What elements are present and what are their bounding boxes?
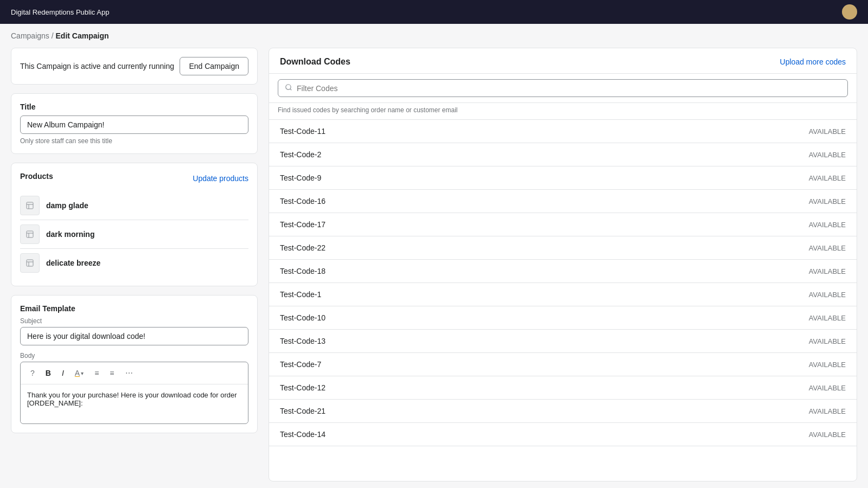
code-name: Test-Code-2: [280, 150, 321, 159]
more-button[interactable]: ⋯: [122, 367, 136, 380]
code-name: Test-Code-10: [280, 313, 326, 322]
code-name: Test-Code-12: [280, 383, 326, 392]
search-wrapper: [278, 79, 848, 97]
color-icon: A: [75, 369, 80, 377]
code-row: Test-Code-12 AVAILABLE: [269, 376, 857, 400]
upload-codes-link[interactable]: Upload more codes: [780, 57, 846, 66]
codes-panel: Download Codes Upload more codes Find is…: [269, 48, 857, 481]
subject-input[interactable]: [20, 327, 248, 345]
svg-point-3: [286, 85, 291, 89]
products-label: Products: [20, 172, 53, 181]
code-name: Test-Code-16: [280, 197, 326, 206]
product-thumb-1: [20, 196, 40, 215]
code-status: AVAILABLE: [809, 151, 846, 159]
product-item-3: delicate breeze: [20, 249, 248, 277]
code-name: Test-Code-1: [280, 290, 321, 299]
codes-header: Download Codes Upload more codes: [269, 48, 857, 74]
avatar: [842, 4, 857, 20]
code-status: AVAILABLE: [809, 337, 846, 345]
code-row: Test-Code-14 AVAILABLE: [269, 423, 857, 446]
code-row: Test-Code-9 AVAILABLE: [269, 166, 857, 190]
breadcrumb: Campaigns / Edit Campaign: [0, 24, 868, 48]
code-row: Test-Code-1 AVAILABLE: [269, 283, 857, 306]
app-bar-title: Digital Redemptions Public App: [11, 8, 109, 16]
help-icon: ?: [30, 369, 35, 377]
editor-toolbar: ? B I A ▾ ≡ ≡: [21, 362, 248, 384]
product-thumb-2: [20, 224, 40, 244]
code-row: Test-Code-2 AVAILABLE: [269, 143, 857, 166]
bold-button[interactable]: B: [42, 367, 54, 380]
color-button[interactable]: A ▾: [72, 367, 87, 380]
code-row: Test-Code-10 AVAILABLE: [269, 306, 857, 330]
email-template-label: Email Template: [20, 304, 248, 313]
chevron-down-icon: ▾: [81, 370, 84, 376]
email-template-card: Email Template Subject Body ? B I A: [11, 295, 258, 433]
products-header: Products Update products: [20, 172, 248, 185]
code-name: Test-Code-21: [280, 407, 326, 415]
help-button[interactable]: ?: [27, 367, 38, 380]
title-input[interactable]: [20, 115, 248, 134]
update-products-link[interactable]: Update products: [193, 174, 248, 183]
main-layout: This Campaign is active and currently ru…: [0, 48, 868, 488]
more-icon: ⋯: [125, 369, 133, 377]
code-status: AVAILABLE: [809, 407, 846, 415]
code-row: Test-Code-17 AVAILABLE: [269, 213, 857, 236]
code-name: Test-Code-11: [280, 127, 326, 136]
search-hint: Find issued codes by searching order nam…: [269, 103, 857, 120]
svg-rect-0: [27, 202, 33, 209]
title-section-label: Title: [20, 102, 248, 111]
code-row: Test-Code-21 AVAILABLE: [269, 400, 857, 423]
body-label: Body: [20, 352, 248, 359]
bold-icon: B: [46, 369, 51, 377]
search-input[interactable]: [297, 84, 841, 93]
product-item-2: dark morning: [20, 220, 248, 249]
code-name: Test-Code-7: [280, 360, 321, 369]
code-status: AVAILABLE: [809, 174, 846, 182]
breadcrumb-separator: /: [52, 31, 56, 40]
code-name: Test-Code-18: [280, 267, 326, 275]
product-name-1: damp glade: [46, 201, 88, 210]
breadcrumb-parent[interactable]: Campaigns: [11, 31, 49, 40]
code-row: Test-Code-18 AVAILABLE: [269, 260, 857, 283]
align-left-button[interactable]: ≡: [91, 367, 102, 380]
product-name-3: delicate breeze: [46, 259, 100, 267]
code-name: Test-Code-22: [280, 243, 326, 252]
align-left-icon: ≡: [94, 369, 99, 377]
title-card: Title Only store staff can see this titl…: [11, 93, 258, 154]
code-status: AVAILABLE: [809, 431, 846, 439]
codes-title: Download Codes: [280, 57, 350, 67]
align-center-button[interactable]: ≡: [106, 367, 117, 380]
search-icon: [285, 84, 292, 93]
code-status: AVAILABLE: [809, 221, 846, 229]
left-panel: This Campaign is active and currently ru…: [11, 48, 269, 481]
code-name: Test-Code-9: [280, 174, 321, 182]
italic-button[interactable]: I: [59, 367, 67, 380]
code-row: Test-Code-11 AVAILABLE: [269, 120, 857, 143]
code-status: AVAILABLE: [809, 197, 846, 206]
svg-rect-2: [27, 260, 33, 266]
code-name: Test-Code-17: [280, 220, 326, 229]
search-bar: [269, 74, 857, 103]
svg-rect-1: [27, 231, 33, 237]
codes-list: Test-Code-11 AVAILABLE Test-Code-2 AVAIL…: [269, 120, 857, 481]
title-helper-text: Only store staff can see this title: [20, 137, 248, 145]
code-status: AVAILABLE: [809, 291, 846, 299]
body-textarea[interactable]: Thank you for your purchase! Here is you…: [21, 384, 248, 422]
code-status: AVAILABLE: [809, 314, 846, 322]
campaign-status-text: This Campaign is active and currently ru…: [20, 62, 174, 70]
product-thumb-3: [20, 253, 40, 273]
code-status: AVAILABLE: [809, 244, 846, 252]
code-status: AVAILABLE: [809, 127, 846, 136]
code-row: Test-Code-7 AVAILABLE: [269, 353, 857, 376]
code-row: Test-Code-13 AVAILABLE: [269, 330, 857, 353]
subject-label: Subject: [20, 317, 248, 325]
align-center-icon: ≡: [110, 369, 114, 377]
products-list: damp glade dark morning: [20, 191, 248, 277]
product-item-1: damp glade: [20, 191, 248, 220]
body-editor: ? B I A ▾ ≡ ≡: [20, 362, 248, 424]
code-row: Test-Code-22 AVAILABLE: [269, 236, 857, 260]
app-bar: Digital Redemptions Public App: [0, 0, 868, 24]
code-status: AVAILABLE: [809, 384, 846, 392]
end-campaign-button[interactable]: End Campaign: [180, 57, 248, 75]
code-status: AVAILABLE: [809, 267, 846, 275]
